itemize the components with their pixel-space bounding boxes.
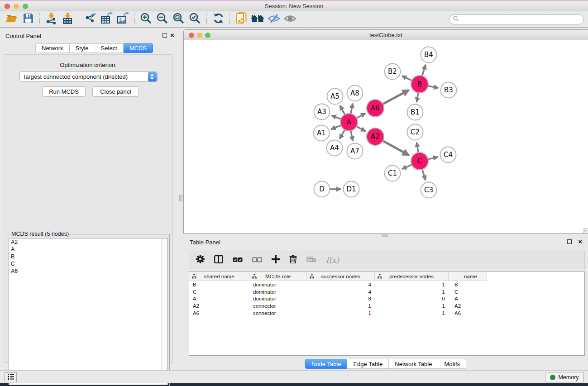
node-A8[interactable]: A8 <box>347 86 363 101</box>
edge-B-B1[interactable] <box>417 93 418 102</box>
network-graph[interactable]: AA1A2A3A4A5A6A7A8BB1B2B3B4CC1C2C3C4DD1 <box>184 40 588 233</box>
open-folder-button[interactable] <box>4 12 20 27</box>
home-pages-button[interactable] <box>249 12 266 27</box>
export-network-button[interactable] <box>82 12 99 27</box>
tab-node-table[interactable]: Node Table <box>305 359 348 369</box>
node-A2[interactable]: A2 <box>367 128 384 145</box>
deselect-all-button[interactable] <box>252 256 262 264</box>
edge-C-C4[interactable] <box>428 157 438 159</box>
result-item[interactable]: C <box>9 260 167 267</box>
zoom-selected-button[interactable] <box>187 12 203 27</box>
node-table[interactable]: shared nameMCDS rolesuccessor nodesprede… <box>189 272 585 356</box>
edge-A-A4[interactable] <box>339 130 344 139</box>
search-input[interactable] <box>461 16 583 23</box>
column-header-successor-nodes[interactable]: successor nodes <box>307 272 375 281</box>
node-A1[interactable]: A1 <box>314 125 330 141</box>
tab-style[interactable]: Style <box>70 43 95 53</box>
tab-network-table[interactable]: Network Table <box>389 359 438 369</box>
network-canvas[interactable]: AA1A2A3A4A5A6A7A8BB1B2B3B4CC1C2C3C4DD1 <box>184 40 588 233</box>
table-settings-button[interactable] <box>196 255 205 265</box>
show-column-panel-button[interactable] <box>214 255 223 265</box>
export-table-button[interactable] <box>99 12 115 27</box>
splitter-handle-vertical[interactable] <box>179 195 182 201</box>
result-item[interactable]: A2 <box>9 238 167 246</box>
edge-A-A6[interactable] <box>357 114 366 118</box>
edge-B-B2[interactable] <box>402 76 412 81</box>
table-row[interactable]: Cdominator41C <box>189 288 584 295</box>
node-A[interactable]: A <box>340 114 358 131</box>
close-table-panel-icon[interactable]: × <box>578 239 582 244</box>
node-B3[interactable]: B3 <box>441 82 457 98</box>
criterion-select[interactable]: largest connected component (directed) <box>19 71 158 82</box>
node-B[interactable]: B <box>411 76 428 93</box>
edge-A2-C[interactable] <box>383 141 409 155</box>
result-item[interactable]: A <box>9 246 167 253</box>
column-header-name[interactable]: name <box>449 272 487 281</box>
edge-A-A3[interactable] <box>332 115 341 119</box>
edge-B-B3[interactable] <box>428 86 439 88</box>
create-column-button[interactable] <box>272 255 280 265</box>
edge-A-A5[interactable] <box>340 105 345 114</box>
import-table-button[interactable] <box>59 12 76 27</box>
node-B1[interactable]: B1 <box>407 105 423 120</box>
node-A3[interactable]: A3 <box>314 104 330 120</box>
edge-A-A8[interactable] <box>351 104 353 114</box>
zoom-in-button[interactable] <box>138 12 154 27</box>
hide-graphics-button[interactable] <box>266 12 282 27</box>
close-panel-icon[interactable]: × <box>170 33 174 38</box>
refresh-layout-button[interactable] <box>210 12 226 27</box>
tab-motifs[interactable]: Motifs <box>438 359 466 369</box>
table-row[interactable]: Bdominator41B <box>189 281 584 288</box>
close-panel-button[interactable]: Close panel <box>92 86 139 97</box>
edge-C-C3[interactable] <box>422 169 425 180</box>
node-A7[interactable]: A7 <box>347 143 363 159</box>
memory-button[interactable]: Memory <box>545 372 584 382</box>
zoom-out-button[interactable] <box>154 12 171 27</box>
column-header-MCDS-role[interactable]: MCDS role <box>249 272 307 281</box>
result-scrollbar[interactable] <box>161 238 167 385</box>
edge-A-A1[interactable] <box>331 125 341 129</box>
resize-grip[interactable] <box>583 228 588 233</box>
node-D[interactable]: D <box>314 181 330 197</box>
function-builder-button[interactable]: f(x) <box>326 256 339 265</box>
delete-column-button[interactable] <box>289 255 297 265</box>
column-header-predecessor-nodes[interactable]: predecessor nodes <box>375 272 449 281</box>
column-header-shared-name[interactable]: shared name <box>189 272 249 281</box>
import-network-button[interactable] <box>43 12 59 27</box>
edge-C-C1[interactable] <box>402 165 412 169</box>
show-graphics-button[interactable] <box>282 12 298 27</box>
export-image-button[interactable] <box>115 12 131 27</box>
edge-A6-B[interactable] <box>383 90 409 104</box>
node-C[interactable]: C <box>411 152 428 170</box>
tab-edge-table[interactable]: Edge Table <box>347 359 389 369</box>
table-row[interactable]: Adominator80A <box>189 295 584 303</box>
node-D1[interactable]: D1 <box>344 181 359 197</box>
save-session-button[interactable] <box>20 12 36 27</box>
mcds-result-list[interactable]: A2ABCA6 <box>9 238 168 385</box>
table-row[interactable]: A2connector11A2 <box>189 302 584 310</box>
node-A5[interactable]: A5 <box>327 89 343 105</box>
zoom-fit-button[interactable] <box>171 12 187 27</box>
node-B4[interactable]: B4 <box>421 47 437 63</box>
edge-B-B4[interactable] <box>422 65 426 76</box>
task-history-button[interactable] <box>5 372 17 382</box>
node-A6[interactable]: A6 <box>367 100 384 117</box>
node-C1[interactable]: C1 <box>385 166 401 181</box>
table-row[interactable]: A6connector11A6 <box>189 310 584 317</box>
network-window-titlebar[interactable]: testGlobe.txt <box>184 30 588 40</box>
edge-C-C2[interactable] <box>417 143 419 152</box>
tab-select[interactable]: Select <box>95 43 124 53</box>
node-A4[interactable]: A4 <box>327 140 343 156</box>
result-item[interactable]: A6 <box>9 267 167 275</box>
tab-network[interactable]: Network <box>35 43 70 53</box>
node-C4[interactable]: C4 <box>440 147 456 163</box>
edge-A-A2[interactable] <box>357 126 366 131</box>
network-overview-button[interactable] <box>233 12 249 27</box>
float-table-panel-icon[interactable] <box>567 239 572 244</box>
node-C2[interactable]: C2 <box>407 124 423 140</box>
result-item[interactable]: B <box>9 253 167 260</box>
search-field[interactable] <box>449 14 584 24</box>
edge-A-A7[interactable] <box>351 131 353 141</box>
float-panel-icon[interactable] <box>163 33 167 38</box>
run-mcds-button[interactable]: Run MCDS <box>42 86 86 97</box>
